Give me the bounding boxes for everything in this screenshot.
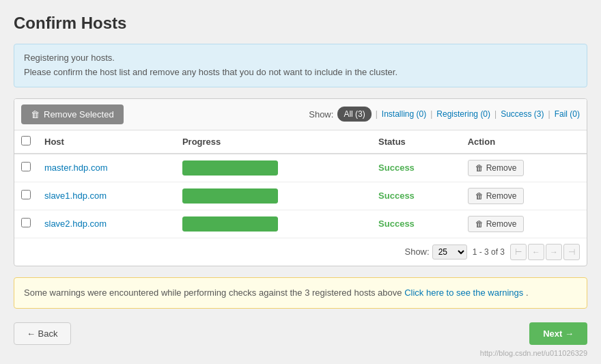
- row-status-0: Success: [372, 154, 461, 182]
- remove-button-0[interactable]: 🗑 Remove: [468, 160, 525, 176]
- row-action-0: 🗑 Remove: [461, 154, 587, 182]
- pagination-show-label: Show:: [404, 247, 429, 257]
- header-progress: Progress: [176, 130, 372, 154]
- row-progress-2: [176, 210, 372, 238]
- header-checkbox-cell: [14, 130, 38, 154]
- last-page-button[interactable]: ⊣: [563, 244, 580, 260]
- per-page-select[interactable]: 25 50 100: [432, 244, 467, 260]
- page-title: Confirm Hosts: [14, 14, 587, 33]
- remove-icon-2: 🗑: [475, 219, 484, 229]
- row-checkbox-cell: [14, 210, 38, 238]
- next-button[interactable]: Next →: [529, 322, 587, 345]
- host-link-2[interactable]: slave2.hdp.com: [44, 219, 107, 229]
- info-box: Registering your hosts. Please confirm t…: [14, 44, 587, 87]
- remove-icon-0: 🗑: [475, 163, 484, 173]
- watermark: http://blog.csdn.net/u011026329: [14, 349, 587, 357]
- progress-bar-container-0: [182, 160, 278, 176]
- table-row: slave1.hdp.com Success 🗑 Remove: [14, 182, 587, 210]
- remove-selected-label: Remove Selected: [44, 109, 114, 120]
- row-host-0: master.hdp.com: [38, 154, 176, 182]
- row-progress-1: [176, 182, 372, 210]
- pagination-row: Show: 25 50 100 1 - 3 of 3 ⊢ ← → ⊣: [14, 238, 587, 266]
- row-status-1: Success: [372, 182, 461, 210]
- row-checkbox-0[interactable]: [21, 162, 31, 171]
- remove-button-2[interactable]: 🗑 Remove: [468, 216, 525, 232]
- table-row: slave2.hdp.com Success 🗑 Remove: [14, 210, 587, 238]
- row-checkbox-cell: [14, 154, 38, 182]
- header-host: Host: [38, 130, 176, 154]
- warning-text-before: Some warnings were encountered while per…: [24, 288, 402, 298]
- warning-text-after: .: [526, 288, 529, 298]
- filter-success[interactable]: Success (3): [501, 109, 544, 119]
- row-host-1: slave1.hdp.com: [38, 182, 176, 210]
- filter-fail[interactable]: Fail (0): [555, 109, 580, 119]
- next-label: Next →: [543, 328, 574, 339]
- warning-box: Some warnings were encountered while per…: [14, 277, 587, 309]
- row-status-2: Success: [372, 210, 461, 238]
- select-all-checkbox[interactable]: [21, 136, 31, 145]
- row-host-2: slave2.hdp.com: [38, 210, 176, 238]
- hosts-table: Host Progress Status Action master.hdp.c…: [14, 130, 587, 238]
- info-line2: Please confirm the host list and remove …: [24, 66, 577, 80]
- warning-link[interactable]: Click here to see the warnings: [404, 288, 523, 298]
- remove-label-2: Remove: [486, 219, 517, 229]
- next-page-button[interactable]: →: [546, 244, 562, 260]
- pagination-nav: ⊢ ← → ⊣: [510, 244, 580, 260]
- remove-icon-1: 🗑: [475, 191, 484, 201]
- progress-bar-fill-2: [182, 216, 278, 232]
- per-page-selector: Show: 25 50 100: [404, 244, 466, 260]
- filter-registering[interactable]: Registering (0): [436, 109, 490, 119]
- remove-selected-button[interactable]: 🗑 Remove Selected: [21, 104, 124, 124]
- progress-bar-fill-0: [182, 160, 278, 176]
- remove-button-1[interactable]: 🗑 Remove: [468, 188, 525, 204]
- filter-all[interactable]: All (3): [337, 107, 371, 122]
- trash-icon: 🗑: [31, 109, 40, 120]
- filter-installing[interactable]: Installing (0): [382, 109, 426, 119]
- show-filter: Show: All (3) | Installing (0) | Registe…: [309, 107, 580, 122]
- show-label: Show:: [309, 109, 333, 120]
- host-link-0[interactable]: master.hdp.com: [44, 163, 108, 173]
- row-checkbox-2[interactable]: [21, 218, 31, 227]
- progress-bar-container-2: [182, 216, 278, 232]
- first-page-button[interactable]: ⊢: [510, 244, 527, 260]
- table-row: master.hdp.com Success 🗑 Remove: [14, 154, 587, 182]
- hosts-table-container: 🗑 Remove Selected Show: All (3) | Instal…: [14, 98, 587, 266]
- row-checkbox-1[interactable]: [21, 190, 31, 199]
- prev-page-button[interactable]: ←: [528, 244, 544, 260]
- page-range: 1 - 3 of 3: [473, 247, 505, 257]
- info-line1: Registering your hosts.: [24, 51, 577, 66]
- footer-nav: ← Back Next →: [14, 322, 587, 345]
- remove-label-0: Remove: [486, 163, 517, 173]
- remove-label-1: Remove: [486, 191, 517, 201]
- back-button[interactable]: ← Back: [14, 322, 71, 345]
- header-action: Action: [461, 130, 587, 154]
- back-label: ← Back: [27, 328, 58, 339]
- progress-bar-fill-1: [182, 188, 278, 204]
- header-status: Status: [372, 130, 461, 154]
- row-action-2: 🗑 Remove: [461, 210, 587, 238]
- progress-bar-container-1: [182, 188, 278, 204]
- host-link-1[interactable]: slave1.hdp.com: [44, 191, 107, 201]
- row-action-1: 🗑 Remove: [461, 182, 587, 210]
- row-progress-0: [176, 154, 372, 182]
- row-checkbox-cell: [14, 182, 38, 210]
